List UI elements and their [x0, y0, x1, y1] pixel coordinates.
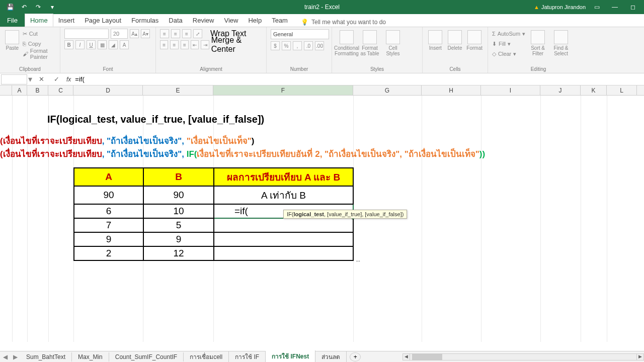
undo-icon[interactable]: ↶	[18, 2, 30, 12]
merge-center-button[interactable]: Merge & Center	[211, 36, 262, 54]
namebox-dropdown-icon[interactable]: ▾	[28, 74, 32, 84]
cell-a[interactable]: 9	[74, 232, 143, 246]
fx-icon[interactable]: fx	[66, 76, 71, 83]
cancel-formula-button[interactable]: ✕	[35, 74, 47, 84]
cell-b[interactable]: 9	[143, 232, 214, 246]
col-header[interactable]: C	[48, 85, 73, 95]
horizontal-scrollbar[interactable]: ◀ ▶	[403, 353, 644, 360]
tab-pagelayout[interactable]: Page Layout	[79, 14, 126, 27]
fill-color-button[interactable]: ◢	[109, 40, 118, 49]
cell-styles-button[interactable]: Cell Styles	[382, 29, 404, 57]
copy-button[interactable]: ⎘ Copy	[23, 39, 56, 48]
cell-a[interactable]: 6	[74, 204, 143, 218]
col-header[interactable]: A	[12, 85, 27, 95]
sheet-tab-active[interactable]: การใช้ IFNest	[266, 350, 315, 362]
col-header[interactable]: K	[581, 85, 607, 95]
tab-help[interactable]: Help	[243, 14, 267, 27]
autosum-button[interactable]: Σ AutoSum ▾	[492, 29, 525, 38]
border-button[interactable]: ▦	[98, 40, 107, 49]
tab-formulas[interactable]: Formulas	[126, 14, 164, 27]
italic-button[interactable]: I	[75, 40, 85, 49]
sheet-tab[interactable]: Count_SumIF_CountIF	[109, 352, 184, 361]
conditional-formatting-button[interactable]: Conditional Formatting	[336, 29, 357, 57]
tell-me-search[interactable]: 💡 Tell me what you want to do	[298, 18, 389, 27]
tab-insert[interactable]: Insert	[53, 14, 80, 27]
cell-b[interactable]: 90	[143, 186, 214, 204]
percent-icon[interactable]: %	[282, 41, 291, 50]
cell-result[interactable]: A เท่ากับ B	[214, 186, 353, 204]
new-sheet-button[interactable]: +	[350, 352, 361, 361]
sheet-tab[interactable]: ส่วนลด	[315, 351, 347, 362]
tab-view[interactable]: View	[219, 14, 243, 27]
cell-a[interactable]: 7	[74, 218, 143, 232]
align-bottom-icon[interactable]: ≡	[182, 29, 191, 38]
col-header[interactable]: J	[540, 85, 581, 95]
sheet-nav-prev-icon[interactable]: ◀	[0, 353, 10, 360]
redo-icon[interactable]: ↷	[32, 2, 44, 12]
scroll-right-icon[interactable]: ▶	[636, 354, 643, 360]
cell-a[interactable]: 2	[74, 246, 143, 260]
font-family-select[interactable]	[64, 29, 109, 39]
sheet-tab[interactable]: การใช้ IF	[229, 351, 266, 362]
sort-filter-button[interactable]: Sort & Filter	[527, 29, 548, 57]
decrease-font-icon[interactable]: A▾	[141, 29, 150, 38]
ribbon-options-icon[interactable]: ▭	[590, 2, 604, 12]
qat-more-icon[interactable]: ▾	[46, 2, 58, 12]
maximize-icon[interactable]: ◻	[626, 2, 640, 12]
tab-review[interactable]: Review	[188, 14, 219, 27]
tab-home[interactable]: Home	[25, 14, 53, 27]
increase-font-icon[interactable]: A▴	[130, 29, 139, 38]
clear-button[interactable]: ◇ Clear ▾	[492, 49, 525, 58]
function-tooltip[interactable]: IF(logical_test, [value_if_true], [value…	[283, 210, 407, 219]
cell-b[interactable]: 12	[143, 246, 214, 260]
cell-b[interactable]: 10	[143, 204, 214, 218]
tab-data[interactable]: Data	[164, 14, 187, 27]
col-header[interactable]: D	[73, 85, 143, 95]
cut-button[interactable]: ✂ Cut	[23, 29, 56, 38]
insert-cells-button[interactable]: Insert	[427, 29, 444, 52]
minimize-icon[interactable]: —	[608, 2, 622, 12]
tab-file[interactable]: File	[0, 14, 25, 27]
currency-icon[interactable]: $	[271, 41, 280, 50]
indent-inc-icon[interactable]: ⇥	[201, 40, 209, 49]
comma-icon[interactable]: ,	[293, 41, 302, 50]
format-cells-button[interactable]: Format	[465, 29, 484, 52]
orientation-icon[interactable]: ⤢	[193, 29, 202, 38]
select-all-corner[interactable]	[0, 85, 12, 95]
underline-button[interactable]: U	[87, 40, 96, 49]
find-select-button[interactable]: Find & Select	[550, 29, 572, 57]
increase-decimal-icon[interactable]: .0	[304, 41, 313, 50]
spreadsheet-grid[interactable]: IF(logical_test, value_if_true, [value_i…	[0, 96, 644, 342]
align-right-icon[interactable]: ≡	[181, 40, 189, 49]
cell-result[interactable]	[214, 232, 353, 246]
format-as-table-button[interactable]: Format as Table	[359, 29, 380, 57]
cell-result[interactable]	[214, 218, 353, 232]
font-size-select[interactable]	[111, 29, 128, 39]
tab-team[interactable]: Team	[267, 14, 293, 27]
col-header[interactable]: E	[143, 85, 213, 95]
cell-b[interactable]: 5	[143, 218, 214, 232]
align-center-icon[interactable]: ≡	[170, 40, 178, 49]
align-left-icon[interactable]: ≡	[160, 40, 168, 49]
col-header[interactable]: F	[213, 85, 353, 95]
col-header[interactable]: G	[353, 85, 422, 95]
sheet-tab[interactable]: Sum_BahtText	[20, 352, 72, 361]
decrease-decimal-icon[interactable]: .00	[315, 41, 324, 50]
col-header[interactable]: H	[422, 85, 481, 95]
formula-input[interactable]	[73, 74, 644, 84]
user-badge[interactable]: ▲ Jatupron Jirandon	[534, 4, 586, 10]
scrollbar-thumb[interactable]	[412, 354, 442, 360]
cell-a[interactable]: 90	[74, 186, 143, 204]
cell-result[interactable]	[214, 246, 353, 260]
col-header[interactable]: B	[27, 85, 48, 95]
format-painter-button[interactable]: 🖌 Format Painter	[23, 49, 56, 58]
font-color-button[interactable]: A	[120, 40, 129, 49]
bold-button[interactable]: B	[64, 40, 73, 49]
save-icon[interactable]: 💾	[4, 2, 16, 12]
indent-dec-icon[interactable]: ⇤	[191, 40, 199, 49]
fill-button[interactable]: ⬇ Fill ▾	[492, 39, 525, 48]
align-top-icon[interactable]: ≡	[160, 29, 169, 38]
name-box[interactable]	[1, 74, 27, 84]
delete-cells-button[interactable]: Delete	[446, 29, 464, 52]
sheet-nav-next-icon[interactable]: ▶	[10, 353, 20, 360]
